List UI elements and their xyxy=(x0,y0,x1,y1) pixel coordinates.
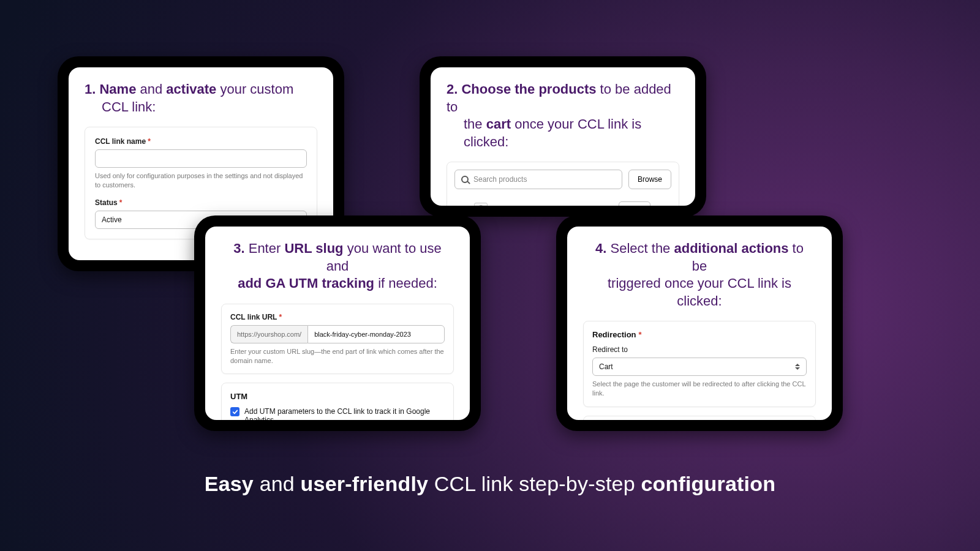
utm-checkbox[interactable] xyxy=(230,407,239,416)
product-qty-stepper[interactable]: 2 xyxy=(619,201,650,206)
ccl-link-name-hint: Used only for configuration purposes in … xyxy=(95,171,307,190)
step1-title: 1. Name and activate your custom CCL lin… xyxy=(85,81,317,116)
product-thumbnail: 🎧 xyxy=(474,203,488,206)
redirection-heading: Redirection* xyxy=(592,330,807,339)
redirect-to-label: Redirect to xyxy=(592,345,807,354)
ccl-link-url-label: CCL link URL* xyxy=(230,313,445,321)
redirect-value: Cart xyxy=(599,362,613,371)
tablet-step-4: 4. Select the additional actions to be t… xyxy=(556,216,843,431)
check-icon xyxy=(232,409,238,415)
step2-title: 2. Choose the products to be added to th… xyxy=(447,81,679,151)
redirect-hint: Select the page the customer will be red… xyxy=(592,380,807,398)
product-name: Sample headphones xyxy=(495,205,611,206)
url-prefix: https://yourshop.com/ xyxy=(230,325,307,343)
browse-button[interactable]: Browse xyxy=(628,170,671,189)
ccl-link-name-label: CCL link name* xyxy=(95,137,307,146)
search-icon xyxy=(461,176,469,183)
discount-card: Discount Apply a discount code BF-CM-202… xyxy=(583,416,816,420)
ccl-link-name-input[interactable] xyxy=(95,149,307,168)
status-value: Active xyxy=(102,216,122,224)
step1-number: 1. xyxy=(85,81,96,97)
tablet-step-3: 3. Enter URL slug you want to use and ad… xyxy=(194,216,481,431)
screen-step-2: 2. Choose the products to be added to th… xyxy=(431,67,695,206)
step3-utm-card: UTM Add UTM parameters to the CCL link t… xyxy=(221,383,454,420)
screen-step-3: 3. Enter URL slug you want to use and ad… xyxy=(205,227,470,420)
step2-number: 2. xyxy=(447,81,458,97)
utm-heading: UTM xyxy=(230,392,445,401)
step2-card: Search products Browse 1.🎧Sample headpho… xyxy=(447,162,679,206)
product-list: 1.🎧Sample headphones2✕2.▯Sample tablet1✕… xyxy=(454,197,671,206)
select-chevron-icon xyxy=(795,364,800,370)
remove-product-button[interactable]: ✕ xyxy=(658,204,669,206)
redirect-to-select[interactable]: Cart xyxy=(592,358,807,376)
tablet-step-2: 2. Choose the products to be added to th… xyxy=(420,56,706,217)
product-row: 1.🎧Sample headphones2✕ xyxy=(454,197,671,206)
footer-tagline: Easy and user-friendly CCL link step-by-… xyxy=(0,472,980,496)
qty-value: 2 xyxy=(624,205,628,206)
step1-bold-activate: activate xyxy=(166,81,216,97)
status-label: Status* xyxy=(95,198,307,207)
url-hint: Enter your custom URL slug—the end part … xyxy=(230,347,445,365)
step3-url-card: CCL link URL* https://yourshop.com/ blac… xyxy=(221,304,454,375)
url-slug-input[interactable]: black-friday-cyber-monday-2023 xyxy=(307,325,445,343)
step3-number: 3. xyxy=(233,241,244,256)
step4-title: 4. Select the additional actions to be t… xyxy=(583,240,816,310)
screen-step-4: 4. Select the additional actions to be t… xyxy=(567,227,832,420)
step4-number: 4. xyxy=(595,241,606,256)
step3-title: 3. Enter URL slug you want to use and ad… xyxy=(221,240,454,293)
product-index: 1. xyxy=(457,205,467,206)
product-search-input[interactable]: Search products xyxy=(454,170,622,189)
redirection-card: Redirection* Redirect to Cart Select the… xyxy=(583,321,816,407)
utm-checkbox-label: Add UTM parameters to the CCL link to tr… xyxy=(244,407,445,420)
search-placeholder: Search products xyxy=(473,175,527,184)
step1-bold-name: Name xyxy=(99,81,136,97)
